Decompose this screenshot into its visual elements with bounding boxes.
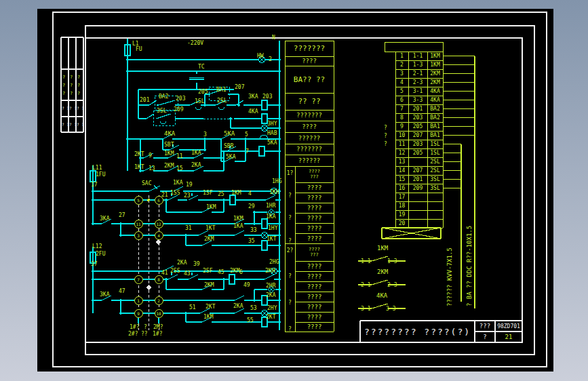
terminal-number: 2: [395, 61, 408, 69]
legend-cell: ?: [285, 214, 295, 222]
terminal-wire: 203: [408, 140, 427, 148]
schematic-label: 1KM: [231, 190, 241, 196]
terminal-device: 3SL: [427, 176, 443, 184]
terminal-wire: 209: [408, 184, 427, 193]
schematic-label: 55: [247, 318, 254, 323]
schematic-label: 1KA: [191, 151, 201, 156]
schematic-label: 1SF: [203, 190, 212, 196]
schematic-label: 2-1: [361, 283, 370, 288]
schematic-label: 1#?: [153, 332, 162, 337]
terminal-number: 17: [395, 193, 408, 201]
schematic-label: 1KM: [203, 315, 213, 320]
schematic-label: 2: [269, 57, 272, 62]
schematic-label: ? ?: [62, 123, 69, 127]
schematic-label: 1KT: [267, 237, 276, 242]
legend-cell: ?: [285, 237, 295, 245]
cable-label-ddc: ? BA ?? DDC R??-10X1.5: [466, 226, 473, 306]
terminal-device: BA2: [427, 105, 443, 113]
schematic-label: 3KA: [248, 94, 258, 100]
drawing-title: ???????? ????(?): [360, 321, 475, 342]
title-block-sheet-number: 21: [495, 332, 522, 342]
terminal-number: 18: [395, 202, 408, 210]
schematic-label: 2KA: [177, 260, 187, 266]
legend-cell: ????: [295, 213, 334, 223]
schematic-label: 17: [91, 182, 98, 188]
terminal-device: BA1: [427, 123, 443, 131]
legend-cell: ????: [295, 261, 334, 271]
schematic-label: 33: [250, 228, 257, 233]
terminal-wire: 1-3: [408, 61, 427, 69]
terminal-wire: 201: [408, 105, 427, 113]
terminal-circle: 3: [134, 231, 143, 240]
terminal-device: 1SL: [427, 149, 443, 157]
schematic-label: ? ? ?: [70, 73, 73, 98]
schematic-label: 1KM: [206, 205, 216, 210]
schematic-label: 5KA: [267, 140, 277, 146]
terminal-device: 2SL: [427, 158, 443, 166]
schematic-label: 37: [91, 262, 98, 267]
legend-cell: ????: [295, 292, 334, 302]
legend-cell: ????: [295, 223, 334, 233]
terminal-number: 12: [395, 149, 408, 157]
schematic-label: 1KA: [266, 214, 275, 220]
terminal-device: 1KM: [427, 61, 443, 69]
schematic-label: 3: [203, 132, 207, 138]
terminal-circle: 7: [134, 275, 143, 284]
terminal-number: 6: [395, 96, 408, 104]
schematic-label: 1FU: [96, 172, 105, 178]
title-block-field2: ?: [475, 332, 495, 342]
terminal-device: 2KM: [427, 79, 443, 87]
legend-cell: ????: [285, 56, 334, 66]
terminal-wire: 2-1: [408, 70, 427, 78]
legend-cell: ????: [295, 203, 334, 213]
schematic-label: 2KA: [233, 304, 243, 309]
legend-cell: ?: [285, 325, 295, 333]
schematic-label: 3-1: [361, 306, 370, 312]
terminal-wire: 3-1: [408, 87, 427, 96]
legend-cell: ??????: [285, 155, 334, 166]
terminal-number: 15: [395, 176, 408, 184]
schematic-label: BA2: [159, 94, 168, 100]
schematic-label: 15: [176, 166, 183, 172]
schematic-label: -220V: [187, 41, 203, 46]
schematic-label: 2M?: [153, 325, 163, 330]
legend-cell: ????: [295, 312, 334, 322]
terminal-number: 4: [395, 79, 408, 87]
schematic-label: 39: [193, 262, 200, 267]
terminal-device: 4KA: [427, 87, 443, 96]
terminal-number: 9: [395, 123, 408, 131]
terminal-device: 4KA: [427, 96, 443, 104]
schematic-label: ? ? ?: [384, 124, 387, 148]
schematic-label: ? ?: [77, 106, 84, 111]
terminal-device: 1KM: [427, 52, 443, 60]
terminal-number: 11: [395, 140, 408, 148]
schematic-label: ??: [141, 332, 148, 337]
legend-cell: ?? ??: [285, 93, 334, 110]
schematic-label: 49: [243, 283, 250, 288]
terminal-number: 1: [395, 52, 408, 60]
terminal-circle: 12: [155, 220, 163, 228]
schematic-label: 1-3: [387, 259, 397, 264]
schematic-label: 2KM: [204, 283, 214, 288]
legend-cell: ????: [295, 281, 334, 292]
schematic-label: 53: [250, 306, 257, 311]
schematic-label: 3KA: [100, 216, 109, 222]
schematic-label: 5: [245, 132, 248, 138]
legend-cell: ???? ???: [295, 243, 334, 261]
terminal-circle: 11: [134, 220, 143, 228]
terminal-wire: 205: [408, 149, 427, 157]
schematic-label: 2#?: [128, 332, 138, 337]
schematic-label: 1KM: [377, 245, 388, 252]
terminal-device: BA1: [427, 132, 443, 140]
schematic-label: 1KM: [164, 151, 174, 157]
schematic-label: 2FU: [96, 252, 105, 257]
legend-cell: ?: [285, 191, 295, 199]
schematic-label: 2KA: [191, 163, 201, 168]
schematic-label: 1HR: [266, 203, 275, 209]
terminal-number: 20: [395, 220, 408, 228]
schematic-label: 2HR: [266, 283, 275, 289]
schematic-label: 2KH: [265, 268, 275, 274]
schematic-label: 1KT: [134, 165, 144, 170]
schematic-label: 25: [218, 192, 224, 197]
terminal-circle: 9: [134, 309, 143, 318]
